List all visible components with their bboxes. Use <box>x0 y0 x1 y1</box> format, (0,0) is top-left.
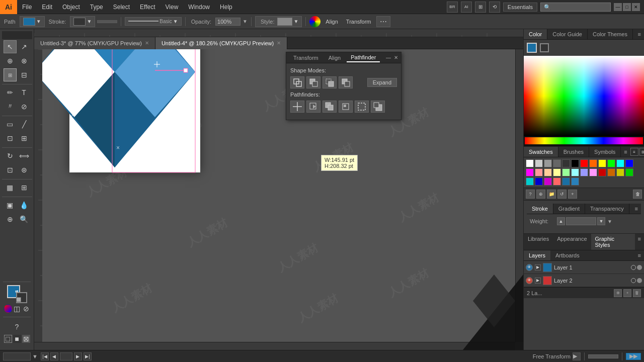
layer-expand-2[interactable]: ▶ <box>535 278 541 284</box>
fill-selector[interactable]: ▼ <box>20 16 45 27</box>
status-right-btn[interactable]: ▶▶ <box>626 353 641 360</box>
swatch-cell[interactable] <box>535 168 543 176</box>
shaper-tool[interactable]: ⊡ <box>4 132 17 145</box>
tab-swatches[interactable]: Swatches <box>524 147 558 157</box>
pencil-tool[interactable]: 〃 <box>4 100 17 113</box>
menu-effect[interactable]: Effect <box>135 0 160 14</box>
layer-select-1[interactable] <box>637 265 642 270</box>
color-panel-menu-icon[interactable]: ≡ <box>635 29 644 39</box>
layers-locate-btn[interactable]: ⊕ <box>614 289 622 297</box>
tab-gradient[interactable]: Gradient <box>553 204 585 214</box>
scale-tool[interactable]: ⊡ <box>4 163 17 176</box>
layer-row-1[interactable]: 👁 ▶ Layer 1 <box>524 261 644 274</box>
tab-libraries[interactable]: Libraries <box>524 234 553 250</box>
swatch-cell[interactable] <box>625 168 633 176</box>
line-tool[interactable]: ╱ <box>18 118 31 131</box>
width-tool[interactable]: ⊞ <box>18 132 31 145</box>
swatch-cell[interactable] <box>544 159 552 167</box>
warp-tool2[interactable]: ⊛ <box>18 163 31 176</box>
rotate-tool[interactable]: ↻ <box>4 149 17 162</box>
tab-close-1[interactable]: ✕ <box>145 40 149 46</box>
swatch-cell[interactable] <box>607 159 615 167</box>
paint-tool[interactable]: ⊘ <box>18 100 31 113</box>
tab-untitled4[interactable]: Untitled-4* @ 180.26% (CMYK/GPU Preview)… <box>155 37 287 49</box>
menu-file[interactable]: File <box>17 0 37 14</box>
swatch-cell[interactable] <box>625 159 633 167</box>
layers-trash-btn[interactable]: 🗑 <box>633 289 641 297</box>
crop-btn[interactable] <box>339 101 353 113</box>
maximize-button[interactable]: □ <box>623 3 631 11</box>
color-gradient-area[interactable] <box>524 56 644 146</box>
essentials-button[interactable]: Essentials <box>503 3 537 12</box>
swatch-question-btn[interactable]: ? <box>526 190 535 199</box>
prev-page-btn[interactable]: ◀ <box>50 352 58 360</box>
bottom-panel-menu[interactable]: ≡ <box>635 234 644 250</box>
warp-tool[interactable]: ⊕ <box>4 54 17 67</box>
weight-decrease-btn[interactable]: ▲ <box>557 217 565 225</box>
transform-options[interactable]: ⋯ <box>376 16 390 27</box>
swatch-cell[interactable] <box>526 177 534 186</box>
layers-add-btn[interactable]: + <box>623 289 631 297</box>
sync-icon-btn[interactable]: ⟲ <box>489 2 500 13</box>
swatches-panel-menu[interactable]: ≡ <box>621 147 630 157</box>
swatch-cell[interactable] <box>553 159 561 167</box>
screen-mode-normal[interactable]: □ <box>4 335 12 343</box>
layer-target-1[interactable] <box>631 265 636 270</box>
align-button[interactable]: Align <box>323 18 341 26</box>
swatch-cell[interactable] <box>535 177 543 186</box>
selection-tool[interactable]: ↖ <box>4 40 17 53</box>
weight-increase-btn[interactable]: ▼ <box>597 217 605 225</box>
swatch-cell[interactable] <box>589 168 597 176</box>
swatch-cell[interactable] <box>571 168 579 176</box>
swatch-cell[interactable] <box>562 159 570 167</box>
last-page-btn[interactable]: ▶| <box>84 352 92 360</box>
divide-btn[interactable] <box>290 101 304 113</box>
tab-graphic-styles[interactable]: Graphic Styles <box>591 234 635 250</box>
tab-color-themes[interactable]: Color Themes <box>588 29 633 39</box>
swatch-cell[interactable] <box>616 168 624 176</box>
swatch-cell[interactable] <box>526 168 534 176</box>
swatch-cell[interactable] <box>571 159 579 167</box>
first-page-btn[interactable]: |◀ <box>41 352 49 360</box>
layer-row-2[interactable]: 👁 ▶ Layer 2 <box>524 274 644 287</box>
minus-front-btn[interactable] <box>306 76 320 88</box>
none-mode-btn[interactable]: ⊘ <box>22 305 30 313</box>
swatch-cell[interactable] <box>562 168 570 176</box>
reflect-tool[interactable]: ⟺ <box>18 149 31 162</box>
outline-btn[interactable] <box>355 101 369 113</box>
menu-view[interactable]: View <box>160 0 184 14</box>
gradient-tool[interactable]: ▣ <box>4 199 17 212</box>
swatch-cell[interactable] <box>544 177 552 186</box>
tab-appearance[interactable]: Appearance <box>553 234 591 250</box>
stroke-weight-input[interactable] <box>97 20 117 23</box>
direct-selection-tool[interactable]: ↗ <box>18 40 31 53</box>
lasso-tool[interactable]: ⊗ <box>18 54 31 67</box>
graph-tool[interactable]: ▦ <box>4 181 17 194</box>
pen-tool[interactable]: ✏ <box>4 86 17 99</box>
screen-mode-full[interactable]: ⊠ <box>22 335 30 343</box>
merge-btn[interactable] <box>323 101 337 113</box>
layers-panel-menu[interactable]: ≡ <box>635 250 644 260</box>
tab-stroke[interactable]: Stroke <box>527 204 553 214</box>
swatch-folder-btn[interactable]: 📁 <box>547 190 556 199</box>
panel-header[interactable]: Transform Align Pathfinder — ✕ <box>286 52 401 63</box>
tab-color-guide[interactable]: Color Guide <box>547 29 588 39</box>
color-fill-swatch[interactable] <box>527 43 537 53</box>
swatches-grid-view[interactable]: ⊞ <box>639 148 644 156</box>
tab-transparency[interactable]: Transparency <box>585 204 629 214</box>
swatch-cell[interactable] <box>535 159 543 167</box>
swatch-cell[interactable] <box>589 159 597 167</box>
panel-close-btn[interactable]: ✕ <box>394 55 398 60</box>
rectangle-tool[interactable]: ▭ <box>4 118 17 131</box>
panel-tab-align[interactable]: Align <box>325 54 345 62</box>
color-stroke-swatch[interactable] <box>540 43 549 52</box>
swatch-cell[interactable] <box>580 168 588 176</box>
menu-help[interactable]: Help <box>215 0 237 14</box>
trim-btn[interactable] <box>306 101 320 113</box>
layer-visibility-2[interactable]: 👁 <box>526 277 533 284</box>
swatch-cell[interactable] <box>562 177 570 186</box>
horizontal-scrollbar[interactable] <box>34 342 515 350</box>
layer-visibility-1[interactable]: 👁 <box>526 264 533 271</box>
layer-select-2[interactable] <box>637 278 642 283</box>
grid-icon-btn[interactable]: ⊞ <box>475 2 486 13</box>
